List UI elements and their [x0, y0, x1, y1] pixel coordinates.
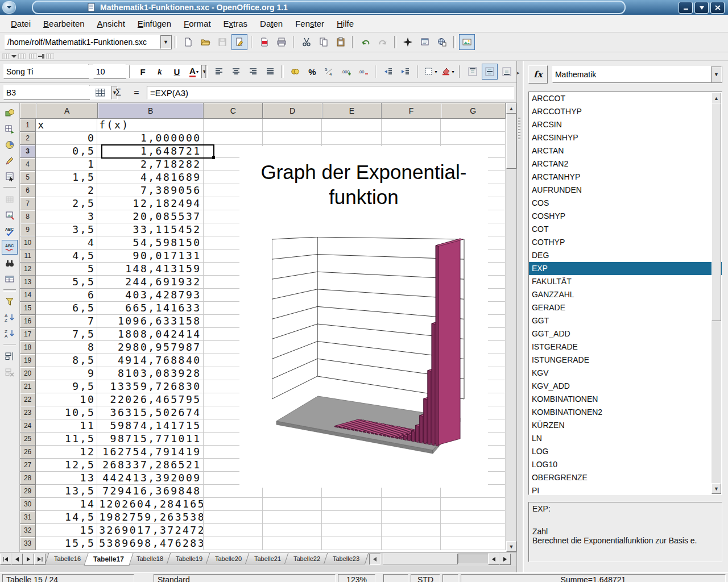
cell-A13[interactable]: 5,5 [36, 276, 97, 289]
align-center-vertical-button[interactable] [482, 64, 498, 80]
scroll-up-button[interactable]: ▲ [506, 103, 516, 114]
cell-B24[interactable]: 59874,141715 [97, 419, 203, 433]
function-item-kgv[interactable]: KGV [529, 367, 722, 380]
row-header-33[interactable]: 33 [20, 537, 36, 550]
cell-A12[interactable]: 5 [36, 263, 97, 276]
cell-C1[interactable] [204, 119, 263, 132]
column-header-E[interactable]: E [322, 103, 382, 119]
choose-themes-button[interactable] [2, 208, 18, 223]
function-item-arccot[interactable]: ARCCOT [529, 92, 722, 105]
row-header-5[interactable]: 5 [20, 171, 36, 184]
sheet-tab-tabelle21[interactable]: Tabelle21 [245, 553, 291, 564]
scroll-down-button[interactable]: ▼ [506, 541, 516, 552]
scroll-left-button[interactable] [488, 554, 499, 565]
edit-file-button[interactable] [231, 34, 247, 50]
cell-G1[interactable] [441, 119, 506, 132]
borders-button[interactable]: ▾ [423, 64, 439, 80]
vertical-scrollbar[interactable]: ▲ ▼ [506, 103, 516, 552]
close-button[interactable] [710, 2, 725, 14]
function-item-ln[interactable]: LN [529, 432, 722, 445]
function-category-combobox[interactable]: ▼ [552, 66, 722, 83]
save-document-button[interactable] [214, 34, 230, 50]
row-header-20[interactable]: 20 [20, 367, 36, 380]
cell-B10[interactable]: 54,598150 [97, 236, 203, 250]
toolbar-pin-grip[interactable] [29, 54, 54, 59]
row-header-3[interactable]: 3 [20, 145, 36, 158]
row-header-32[interactable]: 32 [20, 524, 36, 537]
font-name-combobox[interactable]: ▼ [3, 64, 89, 79]
sheet-tab-tabelle23[interactable]: Tabelle23 [324, 553, 369, 564]
cell-B21[interactable]: 13359,726830 [97, 380, 203, 393]
align-left-button[interactable] [211, 64, 227, 80]
number-delete-decimal-button[interactable]: .00 [355, 64, 371, 80]
function-item-obergrenze[interactable]: OBERGRENZE [529, 471, 722, 484]
cell-B18[interactable]: 2980,957987 [97, 341, 203, 354]
first-sheet-button[interactable] [0, 554, 11, 565]
cell-B8[interactable]: 20,085537 [97, 210, 203, 223]
menu-bearbeiten[interactable]: Bearbeiten [37, 16, 91, 31]
increase-indent-button[interactable] [398, 64, 413, 80]
ungroup-button[interactable] [2, 365, 18, 380]
function-wizard-panel-button[interactable]: fx [528, 65, 548, 84]
cell-E30[interactable] [322, 498, 382, 511]
panel-splitter[interactable]: ▸ [516, 61, 523, 572]
row-header-15[interactable]: 15 [20, 302, 36, 315]
minimize-button[interactable] [679, 2, 693, 14]
row-header-25[interactable]: 25 [20, 433, 36, 446]
cell-D32[interactable] [263, 524, 322, 537]
cell-A11[interactable]: 4,5 [36, 250, 97, 263]
url-dropdown-button[interactable]: ▼ [160, 35, 171, 49]
cell-A28[interactable]: 13 [36, 472, 97, 485]
column-header-D[interactable]: D [263, 103, 322, 119]
horizontal-scroll-thumb[interactable] [383, 554, 458, 564]
toolbar-grip[interactable] [2, 54, 26, 59]
underline-button[interactable]: U [169, 64, 185, 80]
cell-B33[interactable]: 5389698,476283 [97, 537, 203, 550]
menu-datei[interactable]: Datei [5, 16, 37, 31]
sheet-tab-tabelle18[interactable]: Tabelle18 [127, 553, 173, 564]
cell-D31[interactable] [263, 511, 322, 524]
bold-button[interactable]: F [135, 64, 151, 80]
cell-E31[interactable] [322, 511, 382, 524]
cell-B2[interactable]: 1,000000 [97, 132, 203, 145]
cell-A31[interactable]: 14,5 [36, 511, 97, 524]
cell-A7[interactable]: 2,5 [36, 197, 97, 210]
cell-C30[interactable] [204, 498, 263, 511]
autofilter-button[interactable] [2, 294, 18, 309]
sheet-tab-tabelle16[interactable]: Tabelle16 [45, 553, 90, 564]
function-item-cot[interactable]: COT [529, 223, 722, 236]
cell-A19[interactable]: 8,5 [36, 354, 97, 367]
cell-G31[interactable] [441, 511, 506, 524]
sheet-tab-tabelle19[interactable]: Tabelle19 [167, 553, 212, 564]
find-replace-button[interactable] [2, 256, 18, 271]
cut-button[interactable] [299, 34, 315, 50]
cell-A9[interactable]: 3,5 [36, 223, 97, 236]
cell-B25[interactable]: 98715,771011 [97, 433, 203, 446]
cell-F32[interactable] [382, 524, 441, 537]
font-size-combobox[interactable]: ▼ [93, 64, 126, 79]
function-item-log[interactable]: LOG [529, 445, 722, 458]
cell-B14[interactable]: 403,428793 [97, 289, 203, 302]
row-header-22[interactable]: 22 [20, 393, 36, 406]
cell-B1[interactable]: f(x) [97, 119, 203, 132]
function-item-kombinationen[interactable]: KOMBINATIONEN [529, 393, 722, 406]
column-header-B[interactable]: B [98, 103, 204, 119]
function-item-cos[interactable]: COS [529, 197, 722, 210]
gallery-button[interactable] [459, 34, 475, 50]
cell-G33[interactable] [441, 537, 506, 550]
row-header-4[interactable]: 4 [20, 158, 36, 171]
cell-B28[interactable]: 442413,392009 [97, 472, 203, 485]
function-wizard-button[interactable] [93, 85, 107, 100]
select-all-corner[interactable] [20, 103, 36, 119]
row-header-1[interactable]: 1 [20, 119, 36, 132]
formula-input[interactable] [147, 86, 514, 99]
insert-button[interactable] [2, 106, 18, 120]
scroll-right-button[interactable] [499, 554, 511, 565]
row-header-6[interactable]: 6 [20, 184, 36, 197]
selected-cell-outline[interactable] [101, 144, 214, 159]
cell-F31[interactable] [382, 511, 441, 524]
status-page-style[interactable]: Standard [154, 574, 336, 582]
sheet-tab-tabelle20[interactable]: Tabelle20 [206, 553, 251, 564]
cell-B5[interactable]: 4,481689 [97, 171, 203, 184]
row-header-10[interactable]: 10 [20, 236, 36, 250]
